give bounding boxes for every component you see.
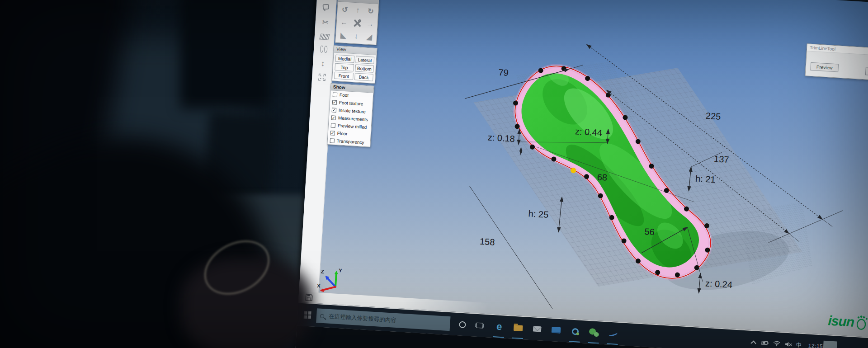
monitor-screen: ✂ ↕ ↺ ↑ ↻ ← → ◣ ↓ ◢ — [293, 0, 868, 348]
measurement-h-lateral: h: 21 — [695, 174, 716, 185]
view-medial-button[interactable]: Medial — [335, 55, 354, 63]
pan-up-icon[interactable]: ↑ — [351, 4, 364, 17]
tray-battery[interactable] — [759, 331, 771, 348]
taskbar-app-mail[interactable] — [530, 317, 545, 341]
checkbox-label: Floor — [337, 131, 347, 136]
ime-label: 中 — [796, 341, 802, 348]
checkbox[interactable]: ✓ — [331, 115, 336, 120]
checkbox[interactable]: ✓ — [332, 108, 337, 113]
trimlinetool-dialog-title[interactable]: TrimLineTool — [807, 44, 868, 56]
search-input[interactable] — [328, 313, 447, 327]
tilt-right-icon[interactable]: ◢ — [362, 30, 376, 44]
trimlinetool-dialog: TrimLineTool Preview OK — [805, 43, 868, 81]
axis-y-label: Y — [339, 268, 343, 273]
checkbox-label: Transparency — [336, 138, 364, 145]
checkbox[interactable] — [330, 138, 335, 143]
3d-viewport[interactable]: 79 225 137 z: 0.44 z: 0.18 68 h: 21 h: 2… — [434, 31, 868, 338]
select-stamp-tool-icon[interactable] — [316, 1, 337, 15]
measurement-mid-width: 68 — [597, 172, 608, 182]
view-panel: View Medial Lateral Top Bottom Front Bac… — [332, 45, 377, 84]
search-icon — [320, 314, 325, 318]
checkbox[interactable]: ✓ — [332, 100, 337, 105]
scissors-icon[interactable]: ✂ — [315, 15, 336, 29]
measurement-rear-length: 158 — [479, 236, 495, 247]
isun-watermark: isun — [827, 313, 868, 330]
checkbox-label: Preview milled — [338, 123, 367, 130]
store-icon — [552, 327, 561, 334]
checkbox[interactable] — [333, 92, 338, 97]
rotate-cw-icon[interactable]: ↻ — [364, 4, 377, 18]
pan-down-icon[interactable]: ↓ — [349, 29, 363, 43]
checkbox-label: Insole texture — [339, 108, 366, 114]
taskbar-app-file-explorer[interactable] — [511, 316, 526, 340]
browser-icon — [571, 328, 579, 335]
isun-logo-text: isun — [827, 313, 854, 329]
navigation-pad-panel: ↺ ↑ ↻ ← → ◣ ↓ ◢ — [335, 0, 379, 45]
hatch-texture-icon[interactable] — [314, 30, 335, 44]
measurement-h-medial: h: 25 — [528, 208, 549, 220]
view-bottom-button[interactable]: Bottom — [355, 64, 374, 73]
axis-z-label: Z — [321, 269, 325, 274]
checkbox-label: Foot — [340, 92, 349, 98]
checkbox[interactable] — [331, 123, 336, 128]
axis-gizmo: Y Z X — [316, 265, 347, 296]
left-toolbar: ✂ ↕ — [298, 0, 339, 303]
clock-label: 12:15 — [808, 343, 823, 348]
measurement-total-length: 225 — [705, 111, 721, 122]
battery-icon — [761, 340, 769, 345]
measurement-z-heel: z: 0.24 — [705, 278, 732, 290]
tray-wifi[interactable] — [771, 332, 783, 348]
taskbar-search-box[interactable] — [316, 308, 450, 331]
show-panel: Show Foot ✓ Foot texture ✓ Insole textur… — [327, 83, 374, 147]
checkbox-label: Foot texture — [339, 100, 363, 106]
preview-button[interactable]: Preview — [810, 62, 839, 72]
ok-button[interactable]: OK — [865, 67, 868, 77]
cad-app-icon — [608, 330, 618, 337]
tools-icon[interactable] — [350, 16, 364, 30]
checkbox[interactable]: ✓ — [330, 131, 335, 136]
measurement-z-front: z: 0.44 — [575, 126, 602, 138]
zoom-extents-icon[interactable] — [311, 71, 332, 85]
rotate-ccw-icon[interactable]: ↺ — [338, 3, 352, 16]
footprint-icon — [855, 315, 868, 330]
pan-left-icon[interactable]: ← — [337, 15, 351, 29]
view-back-button[interactable]: Back — [354, 73, 373, 81]
view-front-button[interactable]: Front — [334, 72, 353, 80]
wechat-icon — [589, 328, 599, 337]
taskbar-app-store[interactable] — [549, 319, 564, 342]
cortana-button[interactable] — [455, 313, 470, 336]
notification-area[interactable] — [823, 341, 837, 348]
hidden-icons-chevron[interactable] — [747, 331, 760, 348]
volume-muted-icon — [785, 342, 793, 348]
checkbox-label: Measurements — [338, 115, 368, 122]
axis-x-label: X — [317, 283, 321, 288]
photo-of-monitor: ✂ ↕ ↺ ↑ ↻ ← → ◣ ↓ ◢ — [0, 0, 868, 348]
taskbar-app-browser[interactable] — [568, 320, 583, 343]
insoles-pair-icon[interactable] — [313, 43, 334, 57]
taskbar-app-wechat[interactable] — [586, 321, 601, 344]
chevron-up-icon — [750, 340, 756, 346]
measurement-heel-width: 56 — [644, 226, 655, 237]
wifi-icon — [773, 341, 781, 347]
measurement-toe-width: 79 — [498, 67, 509, 78]
cortana-icon — [459, 321, 466, 328]
pan-right-icon[interactable]: → — [363, 17, 377, 31]
tray-ime-indicator[interactable]: 中 — [793, 334, 806, 348]
taskbar-app-cad[interactable] — [605, 322, 620, 345]
height-adjust-icon[interactable]: ↕ — [312, 57, 333, 71]
background-furniture — [180, 0, 270, 108]
folder-icon — [514, 324, 523, 331]
measurement-z-medial: z: 0.18 — [487, 132, 515, 144]
tilt-left-icon[interactable]: ◣ — [336, 28, 350, 42]
view-top-button[interactable]: Top — [335, 63, 354, 72]
measurement-forefoot-diag: 137 — [714, 154, 730, 165]
task-view-icon — [476, 323, 483, 329]
mail-icon — [533, 326, 542, 332]
taskbar-app-edge[interactable]: e — [492, 315, 507, 339]
task-view-button[interactable] — [472, 314, 487, 337]
view-lateral-button[interactable]: Lateral — [355, 56, 374, 64]
edge-icon: e — [496, 321, 502, 333]
